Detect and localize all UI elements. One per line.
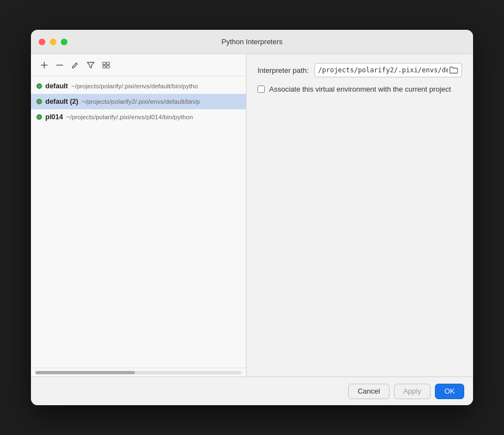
path-label: Interpreter path: [258, 66, 309, 75]
svg-rect-5 [103, 65, 106, 67]
window-controls [39, 39, 67, 45]
bottom-bar: Cancel Apply OK [31, 376, 473, 405]
status-indicator [36, 99, 42, 104]
associate-checkbox[interactable] [258, 86, 265, 93]
left-panel: default ~/projects/polarify/.pixi/envs/d… [31, 54, 246, 376]
status-indicator [36, 114, 42, 120]
content-area: default ~/projects/polarify/.pixi/envs/d… [31, 54, 473, 376]
dialog: Python Interpreters [31, 30, 473, 405]
edit-interpreter-button[interactable] [69, 59, 82, 72]
svg-rect-6 [107, 65, 109, 67]
scrollbar-area [31, 368, 246, 376]
group-button[interactable] [99, 59, 113, 72]
group-icon [102, 61, 110, 69]
apply-button[interactable]: Apply [394, 384, 431, 399]
cancel-button[interactable]: Cancel [348, 384, 389, 399]
browse-folder-button[interactable] [448, 65, 459, 76]
interpreter-path-input[interactable] [318, 66, 449, 74]
interpreter-name: default (2) [45, 98, 78, 105]
interpreter-path-short: ~/projects/polarify/.pixi/envs/default/b… [71, 83, 198, 89]
svg-rect-3 [103, 62, 106, 64]
ok-button[interactable]: OK [435, 384, 464, 399]
associate-label: Associate this virtual environment with … [269, 85, 451, 93]
maximize-button[interactable] [61, 39, 67, 45]
scrollbar-track [35, 371, 242, 374]
remove-interpreter-button[interactable] [53, 59, 66, 72]
status-indicator [36, 83, 42, 89]
folder-icon [449, 66, 458, 74]
filter-button[interactable] [84, 59, 97, 72]
path-input-container [314, 63, 463, 77]
minimize-button[interactable] [50, 39, 56, 45]
list-item[interactable]: pl014 ~/projects/polarify/.pixi/envs/pl0… [31, 109, 246, 125]
interpreter-path-row: Interpreter path: [258, 63, 462, 77]
interpreter-list: default ~/projects/polarify/.pixi/envs/d… [31, 76, 246, 368]
right-panel: Interpreter path: Associate this virtual… [246, 54, 473, 376]
toolbar [31, 54, 246, 76]
close-button[interactable] [39, 39, 45, 45]
dialog-title: Python Interpreters [222, 38, 283, 46]
interpreter-path-short: ~/projects/polarify2/.pixi/envs/default/… [82, 98, 200, 105]
add-interpreter-button[interactable] [38, 59, 51, 72]
title-bar: Python Interpreters [31, 30, 473, 54]
filter-icon [87, 61, 95, 69]
list-item[interactable]: default (2) ~/projects/polarify2/.pixi/e… [31, 94, 246, 109]
scrollbar-thumb[interactable] [35, 371, 135, 374]
svg-rect-4 [107, 62, 109, 64]
associate-checkbox-row: Associate this virtual environment with … [258, 85, 462, 93]
edit-icon [71, 61, 79, 69]
add-icon [40, 61, 48, 69]
list-item[interactable]: default ~/projects/polarify/.pixi/envs/d… [31, 78, 246, 94]
interpreter-name: pl014 [45, 113, 63, 121]
interpreter-name: default [45, 82, 68, 90]
minus-icon [56, 61, 64, 69]
interpreter-path-short: ~/projects/polarify/.pixi/envs/pl014/bin… [66, 114, 193, 120]
